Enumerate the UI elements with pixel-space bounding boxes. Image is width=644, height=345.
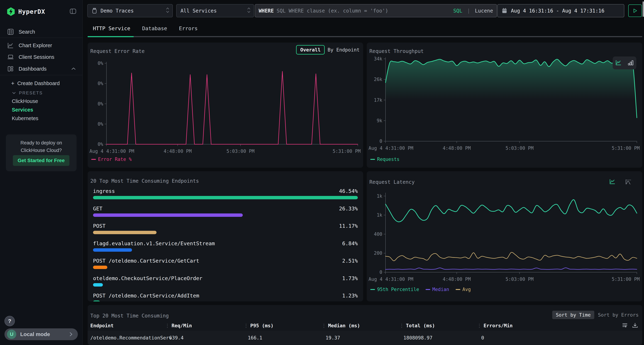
- endpoint-value: 11.17%: [339, 223, 358, 229]
- date-range-picker[interactable]: Aug 4 16:31:16 - Aug 4 17:31:16: [497, 4, 624, 17]
- panel-title: Request Throughput: [370, 48, 424, 54]
- endpoint-label: ingress: [93, 188, 115, 194]
- histogram-icon[interactable]: [625, 179, 632, 185]
- hyperdx-logo-icon: [7, 7, 15, 16]
- endpoint-label: GET: [93, 206, 102, 212]
- select-chevrons-icon: [166, 7, 170, 15]
- source-select-value: Demo Traces: [100, 8, 134, 14]
- endpoint-value: 2.51%: [342, 258, 358, 264]
- column-header-total[interactable]: ⋮Total (ms): [399, 323, 435, 328]
- where-chip: WHERE: [259, 8, 274, 14]
- create-dashboard-label: Create Dashboard: [17, 80, 60, 86]
- error-rate-chart[interactable]: 0%0%0%0%0%Aug 4 4:31:00 PM4:48:00 PM5:03…: [88, 59, 363, 162]
- svg-text:0%: 0%: [98, 61, 104, 66]
- sidebar-preset-kubernetes[interactable]: Kubernetes: [12, 115, 38, 121]
- sidebar-item-label: Search: [18, 29, 35, 35]
- column-header-endpoint[interactable]: Endpoint: [90, 323, 114, 328]
- legend-item[interactable]: Median: [426, 287, 449, 292]
- local-mode-label: Local mode: [20, 331, 68, 337]
- cell-total: 1808098.97: [404, 335, 432, 341]
- legend-item[interactable]: 95th Percentile: [370, 287, 419, 292]
- endpoint-bar: [93, 301, 100, 301]
- chevron-up-icon: [71, 67, 76, 71]
- app-title: HyperDX: [18, 8, 45, 15]
- chevron-right-icon: [68, 332, 73, 337]
- promo-text-line1: Ready to deploy on: [6, 139, 76, 147]
- sidebar-item-label: Chart Explorer: [18, 42, 52, 48]
- search-input[interactable]: WHERE SQL WHERE clause (ex. column = 'fo…: [255, 4, 497, 17]
- wrap-lines-icon[interactable]: [622, 322, 628, 329]
- endpoint-bar: [93, 248, 132, 252]
- svg-text:5:03:00 PM: 5:03:00 PM: [506, 277, 534, 282]
- scrollbar-thumb[interactable]: [643, 1, 644, 17]
- column-header-reqmin[interactable]: ⋮Req/Min: [165, 323, 192, 328]
- run-query-button[interactable]: [628, 4, 642, 17]
- by-endpoint-toggle[interactable]: By Endpoint: [328, 47, 360, 52]
- sort-by-time-button[interactable]: Sort by Time: [552, 311, 594, 319]
- latency-chart[interactable]: 02004001k1kAug 4 4:31:00 PM4:48:00 PM5:0…: [367, 187, 642, 291]
- tab-http-service[interactable]: HTTP Service: [93, 25, 130, 31]
- sidebar: HyperDX Search Chart Explorer Client Ses…: [0, 0, 83, 345]
- table-row[interactable]: /oteldemo.RecommendationServ 639.4 166.1…: [88, 331, 642, 345]
- legend-item[interactable]: Requests: [370, 157, 400, 162]
- service-select[interactable]: All Services: [176, 4, 254, 17]
- line-chart-icon: [7, 42, 14, 49]
- line-chart-type-icon[interactable]: [615, 59, 622, 66]
- line-chart-type-icon[interactable]: [609, 179, 616, 185]
- date-range-value: Aug 4 16:31:16 - Aug 4 17:31:16: [511, 8, 604, 14]
- column-header-p95[interactable]: ⋮P95 (ms): [244, 323, 274, 328]
- plus-icon: +: [11, 80, 14, 87]
- chart-legend: Requests: [370, 157, 400, 162]
- sort-by-errors-button[interactable]: Sort by Errors: [598, 311, 639, 319]
- sidebar-preset-services[interactable]: Services: [12, 107, 33, 113]
- legend-item[interactable]: Avg: [456, 287, 471, 292]
- cell-reqmin: 639.4: [169, 335, 184, 341]
- laptop-icon: [7, 54, 14, 60]
- sidebar-create-dashboard[interactable]: + Create Dashboard: [0, 78, 82, 88]
- column-header-median[interactable]: ⋮Median (ms): [322, 323, 360, 328]
- help-button[interactable]: ?: [4, 316, 15, 326]
- endpoint-bar: [93, 213, 243, 217]
- cell-errorsmin: 0: [481, 335, 484, 341]
- cell-median: 19.37: [326, 335, 340, 341]
- sql-toggle[interactable]: SQL: [453, 8, 462, 14]
- svg-text:200: 200: [374, 250, 382, 256]
- chart-legend: Error Rate %: [91, 157, 132, 162]
- sidebar-collapse-icon[interactable]: [70, 8, 76, 15]
- overall-toggle[interactable]: Overall: [296, 45, 325, 54]
- endpoint-bar: [93, 283, 103, 287]
- search-placeholder: SQL WHERE clause (ex. column = 'foo'): [276, 8, 453, 14]
- sidebar-item-label: Dashboards: [18, 66, 46, 72]
- svg-text:26k: 26k: [374, 77, 382, 82]
- sidebar-presets-header[interactable]: PRESETS: [0, 88, 82, 98]
- source-select[interactable]: Demo Traces: [87, 4, 173, 17]
- endpoint-value: 1.73%: [342, 275, 358, 281]
- endpoint-value: 1.23%: [342, 293, 358, 299]
- chart-legend: 95th PercentileMedianAvg: [370, 287, 471, 292]
- sidebar-item-dashboards[interactable]: Dashboards: [0, 64, 82, 74]
- sidebar-item-client-sessions[interactable]: Client Sessions: [0, 52, 82, 62]
- endpoint-label: POST: [93, 223, 106, 229]
- throughput-chart[interactable]: 09k17k26k34kAug 4 4:31:00 PM4:48:00 PM5:…: [367, 57, 642, 161]
- tab-database[interactable]: Database: [142, 25, 167, 31]
- svg-text:1k: 1k: [377, 193, 382, 199]
- endpoint-label: POST /oteldemo.CartService/GetCart: [93, 258, 199, 264]
- get-started-button[interactable]: Get Started for Free: [13, 155, 70, 166]
- language-toggle[interactable]: SQL | Lucene: [453, 8, 493, 14]
- lucene-toggle[interactable]: Lucene: [475, 8, 493, 14]
- clickhouse-cloud-promo: Ready to deploy on ClickHouse Cloud? Get…: [6, 134, 76, 171]
- svg-text:Aug 4 4:31:00 PM: Aug 4 4:31:00 PM: [368, 277, 413, 282]
- svg-text:4:48:00 PM: 4:48:00 PM: [443, 145, 471, 151]
- column-header-errorsmin[interactable]: ⋮Errors/Min: [477, 323, 513, 328]
- sidebar-item-search[interactable]: Search: [0, 27, 82, 37]
- panel-top-20-table: Top 20 Most Time Consuming Sort by Time …: [88, 305, 642, 345]
- panel-request-error-rate: Request Error Rate Overall By Endpoint 0…: [88, 42, 363, 168]
- tab-errors[interactable]: Errors: [179, 25, 198, 31]
- sidebar-item-chart-explorer[interactable]: Chart Explorer: [0, 40, 82, 50]
- dashboards-icon: [7, 65, 14, 72]
- bar-chart-type-icon[interactable]: [628, 59, 634, 66]
- download-icon[interactable]: [632, 322, 638, 329]
- user-menu[interactable]: U Local mode: [4, 328, 78, 340]
- legend-item[interactable]: Error Rate %: [91, 157, 132, 162]
- sidebar-preset-clickhouse[interactable]: ClickHouse: [12, 98, 38, 104]
